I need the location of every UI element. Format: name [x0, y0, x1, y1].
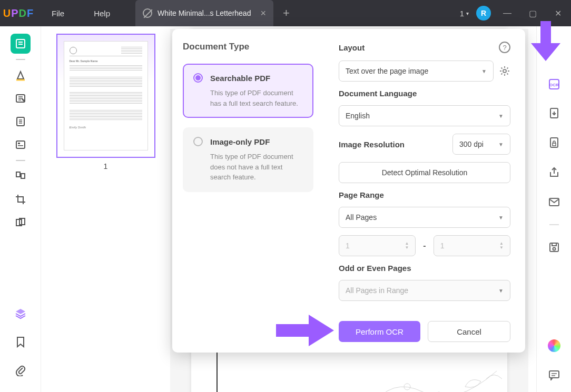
svg-rect-9	[16, 141, 25, 148]
separator	[16, 59, 25, 60]
ocr-tool-icon[interactable]: OCR	[547, 77, 562, 92]
tab-title: White Minimal...s Letterhead	[157, 9, 251, 17]
svg-rect-26	[552, 243, 556, 246]
annotation-arrow-right	[276, 315, 334, 346]
separator	[549, 224, 559, 225]
cancel-button[interactable]: Cancel	[428, 321, 510, 342]
page-thumbnail[interactable]: Dear Mr. Sample Name Emily Smith	[56, 34, 155, 158]
thumbnail-panel: Dear Mr. Sample Name Emily Smith 1	[41, 26, 170, 392]
svg-text:OCR: OCR	[549, 83, 559, 87]
document-tab[interactable]: White Minimal...s Letterhead ×	[135, 0, 273, 26]
range-to-input[interactable]: 1▲▼	[434, 235, 510, 256]
ocr-panel: Document Type Searchable PDF This type o…	[172, 29, 525, 353]
right-toolbar: OCR	[536, 26, 571, 392]
save-tool-icon[interactable]	[547, 240, 562, 255]
svg-rect-23	[553, 143, 556, 146]
thumbnail-page-number: 1	[104, 162, 108, 170]
range-from-input[interactable]: 1▲▼	[339, 235, 416, 256]
page-range-select[interactable]: All Pages▼	[339, 207, 510, 228]
layout-label: Layout	[339, 43, 365, 52]
bookmark-tool[interactable]	[11, 332, 31, 352]
titlebar: UPDF File Help White Minimal...s Letterh…	[0, 0, 571, 26]
svg-rect-12	[16, 172, 20, 177]
svg-point-27	[553, 248, 555, 250]
no-edit-icon	[143, 8, 152, 18]
option-title: Image-only PDF	[210, 137, 270, 146]
odd-even-select[interactable]: All Pages in Range▼	[339, 280, 510, 301]
window-count[interactable]: 1 ▾	[460, 9, 469, 18]
detect-resolution-button[interactable]: Detect Optimal Resolution	[339, 162, 510, 183]
minimize-button[interactable]: —	[498, 5, 516, 21]
app-logo: UPDF	[0, 7, 37, 19]
comment-tool-icon[interactable]	[547, 368, 562, 383]
option-image-only-pdf[interactable]: Image-only PDF This type of PDF document…	[183, 127, 313, 192]
document-language-label: Document Language	[339, 89, 510, 98]
close-tab-icon[interactable]: ×	[260, 8, 266, 19]
radio-icon	[193, 73, 203, 83]
highlight-tool[interactable]	[11, 65, 31, 85]
option-title: Searchable PDF	[210, 74, 270, 83]
perform-ocr-button[interactable]: Perform OCR	[339, 321, 420, 342]
menu-file[interactable]: File	[37, 9, 79, 18]
layout-select[interactable]: Text over the page image▼	[339, 61, 494, 82]
left-toolbar	[0, 26, 41, 392]
menu-help[interactable]: Help	[79, 9, 125, 18]
share-tool-icon[interactable]	[547, 165, 562, 180]
language-select[interactable]: English▼	[339, 105, 510, 126]
compare-tool[interactable]	[11, 213, 31, 233]
close-window-button[interactable]: ✕	[549, 5, 567, 21]
document-type-heading: Document Type	[183, 42, 313, 52]
convert-tool-icon[interactable]	[547, 106, 562, 121]
image-resolution-label: Image Resolution	[339, 140, 405, 149]
attachment-tool[interactable]	[11, 360, 31, 380]
form-tool[interactable]	[11, 135, 31, 155]
email-tool-icon[interactable]	[547, 195, 562, 209]
svg-rect-28	[549, 371, 559, 378]
svg-rect-10	[18, 143, 20, 144]
edit-text-tool[interactable]	[11, 88, 31, 108]
svg-point-18	[503, 69, 506, 73]
svg-rect-11	[18, 145, 23, 146]
gear-icon[interactable]	[499, 65, 510, 77]
add-tab-button[interactable]: +	[283, 6, 290, 20]
separator	[16, 160, 25, 161]
reader-tool[interactable]	[11, 34, 31, 54]
organize-tool[interactable]	[11, 166, 31, 186]
option-description: This type of PDF document does not have …	[193, 152, 303, 183]
page-tool[interactable]	[11, 112, 31, 132]
option-description: This type of PDF document has a full tex…	[193, 88, 303, 108]
layers-tool[interactable]	[11, 304, 31, 324]
crop-tool[interactable]	[11, 189, 31, 209]
help-icon[interactable]: ?	[499, 42, 510, 53]
radio-icon	[193, 137, 203, 146]
page-range-label: Page Range	[339, 190, 510, 199]
avatar[interactable]: R	[476, 6, 491, 21]
annotation-arrow-down	[531, 21, 560, 61]
svg-rect-13	[21, 174, 25, 178]
maximize-button[interactable]: ▢	[524, 5, 542, 21]
protect-tool-icon[interactable]	[547, 136, 562, 150]
resolution-select[interactable]: 300 dpi▼	[452, 134, 510, 155]
ai-tool-icon[interactable]	[547, 338, 562, 353]
odd-even-label: Odd or Even Pages	[339, 264, 510, 273]
range-dash: -	[423, 241, 426, 250]
option-searchable-pdf[interactable]: Searchable PDF This type of PDF document…	[183, 64, 313, 118]
